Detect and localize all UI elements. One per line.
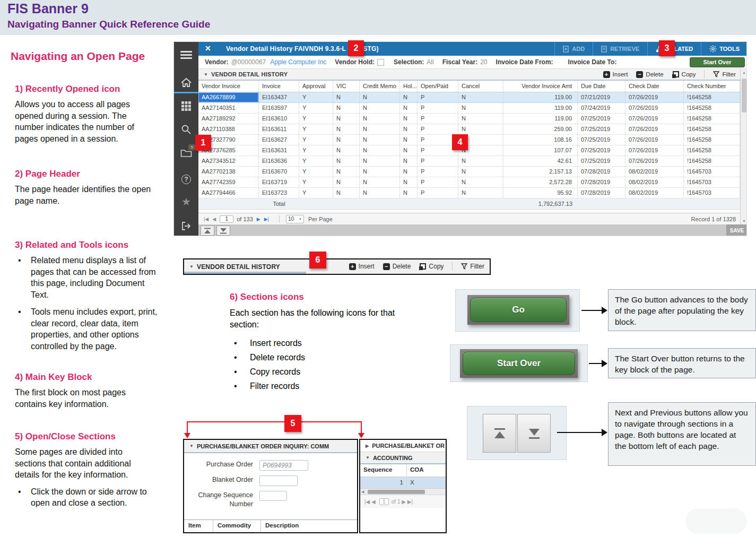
table-row[interactable]: AA27702138EI163670YNNNPN2,157.1307/28/20…: [198, 167, 740, 177]
column-header[interactable]: Vendor Invoice Amt: [503, 81, 578, 92]
previous-section-button[interactable]: [201, 226, 214, 236]
first-page-icon[interactable]: |◀: [364, 499, 370, 505]
vendor-detail-history-section-bar[interactable]: ▼ VENDOR DETAIL HISTORY +Insert −Delete …: [198, 69, 747, 81]
last-page-icon[interactable]: ▶|: [407, 499, 413, 505]
left-section-4: 4) Main Key Block The first block on mos…: [15, 372, 163, 410]
delete-button[interactable]: −Delete: [383, 263, 411, 270]
filter-button[interactable]: Filter: [461, 263, 484, 270]
blanket-order-input[interactable]: [259, 475, 298, 486]
next-section-button[interactable]: [517, 414, 551, 453]
menu-button[interactable]: [174, 45, 198, 65]
applications-button[interactable]: [174, 96, 198, 116]
column-header[interactable]: Check Date: [625, 81, 684, 92]
vendor-name-link[interactable]: Apple Computer Inc: [270, 58, 326, 66]
vendor-hold-checkbox[interactable]: [377, 59, 384, 66]
start-over-demo-button[interactable]: Start Over: [463, 352, 575, 375]
table-row[interactable]: AA27742359EI163719YNNNPN2,572.2807/28/20…: [198, 177, 740, 188]
delete-button[interactable]: −Delete: [636, 71, 663, 78]
po-collapsed-section-header[interactable]: ▶ PURCHASE/BLANKET OR: [360, 440, 446, 452]
favorites-button[interactable]: ★: [174, 192, 198, 212]
close-icon[interactable]: ✕: [205, 44, 211, 53]
collapse-arrow-icon[interactable]: ▼: [189, 444, 194, 448]
section-bar-example: ▼ VENDOR DETAIL HISTORY +Insert −Delete …: [183, 258, 491, 275]
collapse-arrow-icon[interactable]: ▼: [366, 455, 370, 460]
select-caret-icon: ▼: [299, 218, 302, 221]
collapse-arrow-icon[interactable]: ▶: [366, 444, 369, 448]
go-button[interactable]: Go: [470, 298, 567, 322]
total-amount: 1,792,637.13: [503, 198, 578, 209]
column-header[interactable]: Check Number: [684, 81, 740, 92]
column-header[interactable]: Invoice: [259, 81, 299, 92]
prev-page-icon[interactable]: ◀: [212, 216, 216, 222]
column-header[interactable]: Due Date: [578, 81, 625, 92]
help-button[interactable]: ?: [174, 169, 198, 189]
first-page-icon[interactable]: |◀: [204, 216, 208, 222]
table-row[interactable]: AA27110388EI163611YNNNPN259.0007/25/2019…: [198, 124, 740, 135]
insert-button[interactable]: +Insert: [349, 263, 375, 270]
add-button[interactable]: ADD: [554, 42, 593, 56]
collapse-arrow-icon[interactable]: ▼: [189, 264, 194, 269]
copy-button[interactable]: Copy: [672, 71, 696, 78]
scroll-down-icon[interactable]: ▼: [741, 219, 747, 223]
column-header[interactable]: Item: [184, 520, 213, 532]
table-cell: N: [458, 188, 503, 198]
table-cell: N: [360, 92, 400, 102]
table-cell: P: [418, 124, 458, 134]
table-row[interactable]: AA27189292EI163610YNNNPN119.0007/25/2019…: [198, 114, 740, 124]
insert-button[interactable]: +Insert: [603, 71, 628, 78]
column-header[interactable]: Description: [261, 520, 357, 532]
scroll-up-icon[interactable]: ▲: [741, 69, 747, 76]
horizontal-scrollbar[interactable]: ◀: [360, 489, 446, 495]
next-page-icon[interactable]: ▶: [402, 499, 406, 505]
last-page-icon[interactable]: ▶|: [264, 216, 269, 222]
change-sequence-input[interactable]: [259, 491, 287, 501]
page-number-input[interactable]: [220, 215, 233, 223]
vertical-scrollbar[interactable]: ▲ ▼: [740, 69, 747, 224]
home-button[interactable]: [174, 73, 198, 93]
next-page-icon[interactable]: ▶: [257, 216, 260, 222]
column-header[interactable]: COA: [407, 464, 427, 477]
retrieve-button[interactable]: RETRIEVE: [593, 42, 647, 56]
scrollbar-thumb[interactable]: [368, 490, 425, 494]
table-row[interactable]: AA27343512EI163636YNNNPN42.6107/25/20190…: [198, 156, 740, 167]
add-label: ADD: [572, 46, 585, 52]
next-section-button[interactable]: [216, 226, 230, 236]
table-row[interactable]: AA27794466EI163723YNNNPN95.9207/28/20190…: [198, 188, 740, 198]
tools-button[interactable]: TOOLS: [701, 42, 747, 56]
table-row[interactable]: AA27327790EI163627YNNNPN108.1607/25/2019…: [198, 135, 740, 145]
start-over-button[interactable]: Start Over: [690, 57, 745, 67]
table-row[interactable]: AA26678899EI163437YNNNPN119.0007/21/2019…: [198, 92, 740, 103]
column-header[interactable]: Vendor Invoice: [198, 81, 259, 92]
delete-icon: −: [383, 263, 390, 270]
column-header[interactable]: Cancel: [458, 81, 503, 92]
accounting-table-row[interactable]: 1 X: [360, 477, 446, 489]
po-section-header[interactable]: ▼ PURCHASE/BLANKET ORDER INQUIRY: COMM: [184, 440, 357, 453]
table-row[interactable]: AA27376285EI163631YNNNPN107.0707/25/2019…: [198, 145, 740, 156]
table-cell: P: [418, 156, 458, 166]
page-number-input[interactable]: [379, 498, 389, 505]
column-header[interactable]: Hol...: [400, 81, 418, 92]
accounting-section-header[interactable]: ▼ ACCOUNTING: [360, 452, 446, 464]
column-header[interactable]: Credit Memo: [360, 81, 400, 92]
table-cell: N: [333, 145, 360, 155]
previous-section-button[interactable]: [483, 414, 516, 453]
collapse-arrow-icon[interactable]: ▼: [204, 72, 208, 77]
save-button[interactable]: SAVE: [726, 224, 747, 236]
purchase-order-input[interactable]: [259, 460, 308, 471]
column-header[interactable]: VIC: [333, 81, 360, 92]
sign-out-button[interactable]: [174, 216, 198, 236]
scrollbar-thumb[interactable]: [742, 79, 746, 112]
column-header[interactable]: Approval: [299, 81, 333, 92]
page-title: FIS Banner 9: [7, 1, 89, 16]
column-header[interactable]: Sequence: [360, 464, 407, 477]
table-cell: 07/28/2019: [578, 177, 625, 187]
table-row[interactable]: AA27140351EI163597YNNNPN119.0007/24/2019…: [198, 103, 740, 114]
copy-button[interactable]: Copy: [419, 263, 444, 270]
prev-page-icon[interactable]: ◀: [371, 499, 376, 505]
po-items-table-header: Item Commodity Description: [184, 519, 357, 532]
scroll-left-icon[interactable]: ◀: [361, 489, 364, 495]
filter-button[interactable]: Filter: [713, 71, 736, 77]
column-header[interactable]: Open/Paid: [418, 81, 458, 92]
column-header[interactable]: Commodity: [213, 520, 261, 532]
per-page-select[interactable]: 10 ▼: [286, 215, 304, 223]
